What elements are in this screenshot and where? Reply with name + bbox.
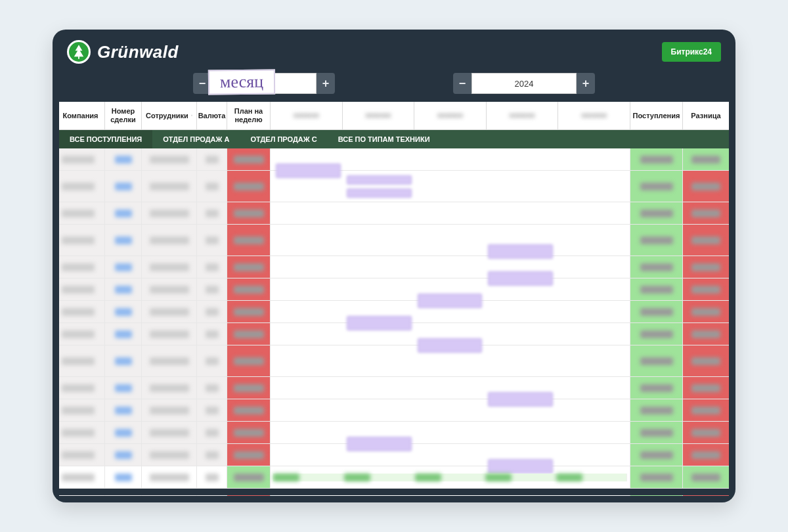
cell [59,171,105,202]
cell [227,301,271,322]
cell [105,444,142,466]
week-cell [485,474,556,481]
brand: Grünwald [67,40,179,64]
month-increment-button[interactable]: + [317,73,335,94]
table-row[interactable] [59,225,729,256]
col-currency[interactable]: Валюта [197,102,227,129]
cell [59,345,105,376]
cell [105,301,142,322]
cell [105,256,142,278]
tab-item[interactable]: ВСЕ ПО ТИПАМ ТЕХНИКИ [328,130,441,148]
col-diff[interactable]: Разница [683,102,729,129]
tab-bar: ВСЕ ПОСТУПЛЕНИЯОТДЕЛ ПРОДАЖ АОТДЕЛ ПРОДА… [59,130,729,148]
cell [630,345,683,376]
col-week[interactable]: xxxxxxx [558,102,630,129]
cell [105,466,142,488]
tab-item[interactable]: ОТДЕЛ ПРОДАЖ А [152,130,240,148]
cell [142,278,197,300]
cell [197,466,227,488]
cell [630,256,683,278]
year-value[interactable]: 2024 [471,73,577,94]
cell [683,301,729,322]
col-staff[interactable]: Сотрудники [142,102,197,129]
col-deal[interactable]: Номер сделки [105,102,142,129]
table-row[interactable] [59,495,729,496]
cell [630,422,683,443]
tab-item[interactable]: ВСЕ ПОСТУПЛЕНИЯ [59,130,152,148]
col-week[interactable]: xxxxxxx [271,102,343,129]
week-cell [344,474,415,481]
table-row[interactable] [59,345,729,377]
cell [683,148,729,170]
table-row[interactable] [59,422,729,444]
year-stepper: − 2024 + [453,73,595,94]
table-row[interactable] [59,377,729,399]
col-week[interactable]: xxxxxxx [487,102,559,129]
year-increment-button[interactable]: + [577,73,595,94]
month-label-overlay: месяц [208,70,275,95]
cell [227,466,271,488]
cell [683,278,729,300]
table-body[interactable] [59,148,729,496]
cell [59,422,105,443]
table-row[interactable] [59,399,729,422]
cell [105,278,142,300]
cell [683,171,729,202]
cell [142,466,197,488]
app-frame: Grünwald Битрикс24 − месяц + − 2024 + Ко… [53,30,735,502]
col-incoming[interactable]: Поступления [630,102,683,129]
cell [630,323,683,345]
cell [197,225,227,255]
section-separator [59,489,729,495]
col-week[interactable]: xxxxxxx [414,102,487,129]
cell [630,225,683,255]
cell [630,171,683,202]
cell [142,323,197,345]
cell [197,301,227,322]
cell [227,171,271,202]
table-row[interactable] [59,278,729,301]
cell [197,323,227,345]
col-company[interactable]: Компания [59,102,105,129]
col-staff-label: Сотрудники [146,112,188,120]
table-row[interactable] [59,466,729,489]
cell [197,495,227,496]
content-area: Компания Номер сделки Сотрудники Валюта … [59,102,729,496]
table-row[interactable] [59,444,729,466]
table-row[interactable] [59,323,729,345]
table-row[interactable] [59,148,729,171]
weeks-cell [271,301,630,322]
week-cell [273,474,344,481]
week-cell [556,474,627,481]
table-row[interactable] [59,256,729,278]
bitrix24-button[interactable]: Битрикс24 [662,42,721,62]
cell [197,148,227,170]
cell [227,377,271,399]
cell [197,202,227,224]
col-plan-label: План на неделю [231,107,266,124]
col-currency-label: Валюта [198,112,226,120]
cell [142,225,197,255]
cell [59,225,105,255]
cell [59,202,105,224]
cell [142,345,197,376]
tab-item[interactable]: ОТДЕЛ ПРОДАЖ С [240,130,327,148]
cell [59,323,105,345]
table-row[interactable] [59,202,729,225]
cell [197,278,227,300]
weeks-cell [271,171,630,202]
col-plan[interactable]: План на неделю [227,102,271,129]
year-decrement-button[interactable]: − [453,73,471,94]
month-value[interactable]: месяц [211,73,317,94]
col-week[interactable]: xxxxxxx [343,102,415,129]
cell [683,399,729,421]
table-row[interactable] [59,171,729,202]
weeks-cell [271,444,630,466]
table-row[interactable] [59,301,729,323]
cell [227,256,271,278]
cell [683,323,729,345]
cell [59,256,105,278]
week-cell [415,474,486,481]
cell [105,422,142,443]
col-deal-label: Номер сделки [109,107,137,124]
